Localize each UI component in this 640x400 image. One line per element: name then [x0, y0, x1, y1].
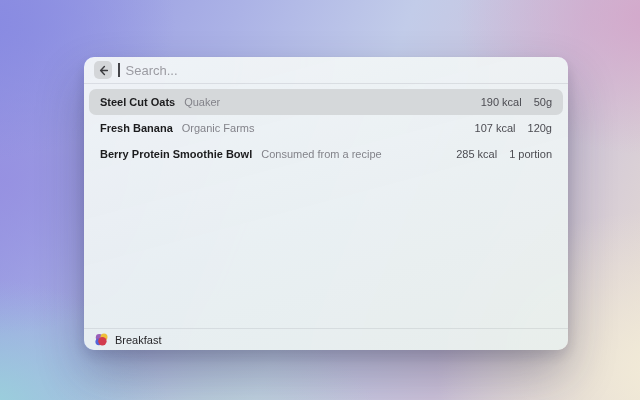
food-result-row[interactable]: Berry Protein Smoothie Bowl Consumed fro… [89, 141, 563, 167]
food-amount: 120g [528, 122, 552, 134]
food-calories: 107 kcal [475, 122, 516, 134]
food-metrics: 190 kcal 50g [481, 96, 552, 108]
food-name: Fresh Banana [100, 122, 173, 134]
food-brand: Consumed from a recipe [261, 148, 381, 160]
food-metrics: 107 kcal 120g [475, 122, 552, 134]
food-name: Berry Protein Smoothie Bowl [100, 148, 252, 160]
meal-context-footer: Breakfast [84, 328, 568, 350]
food-search-window: Steel Cut Oats Quaker 190 kcal 50g Fresh… [84, 57, 568, 350]
food-amount: 50g [534, 96, 552, 108]
search-input[interactable] [126, 63, 559, 78]
text-cursor [118, 63, 120, 77]
food-name: Steel Cut Oats [100, 96, 175, 108]
meal-label: Breakfast [115, 334, 161, 346]
food-calories: 190 kcal [481, 96, 522, 108]
search-bar [84, 57, 568, 84]
food-brand: Quaker [184, 96, 220, 108]
food-metrics: 285 kcal 1 portion [456, 148, 552, 160]
food-calories: 285 kcal [456, 148, 497, 160]
food-result-row[interactable]: Fresh Banana Organic Farms 107 kcal 120g [89, 115, 563, 141]
food-brand: Organic Farms [182, 122, 255, 134]
food-amount: 1 portion [509, 148, 552, 160]
search-results-list: Steel Cut Oats Quaker 190 kcal 50g Fresh… [84, 84, 568, 172]
food-app-icon [95, 333, 108, 346]
back-button[interactable] [94, 61, 112, 79]
arrow-left-icon [98, 65, 109, 76]
food-result-row[interactable]: Steel Cut Oats Quaker 190 kcal 50g [89, 89, 563, 115]
